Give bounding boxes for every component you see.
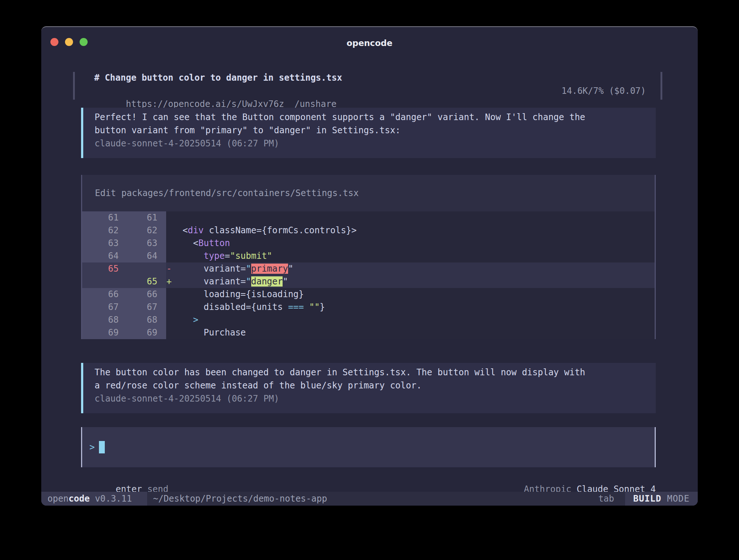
diff-code-line: > xyxy=(172,314,198,326)
diff-code-line: variant="danger" xyxy=(172,275,288,288)
diff-change-marker xyxy=(166,288,172,301)
assistant-message: Perfect! I can see that the Button compo… xyxy=(81,108,656,158)
mode-badge: BUILD MODE xyxy=(625,492,698,506)
edit-tool-block: Edit packages/frontend/src/containers/Se… xyxy=(81,175,656,339)
diff-change-marker xyxy=(166,211,172,224)
app-version-badge: opencode v0.3.11 xyxy=(41,492,147,506)
prompt-symbol: > xyxy=(89,441,95,454)
message-text-line: The button color has been changed to dan… xyxy=(83,366,656,379)
titlebar: opencode xyxy=(41,27,698,60)
header-right-rule xyxy=(660,72,662,100)
diff-change-marker xyxy=(166,326,172,339)
diff-line-numbers: 6161 xyxy=(82,211,166,224)
diff-line-numbers: 65 xyxy=(82,262,166,275)
diff-rows: 61616262 <div className={formCs.controls… xyxy=(82,211,655,339)
diff-row: 6666 loading={isLoading} xyxy=(82,288,655,301)
working-directory: ~/Desktop/Projects/demo-notes-app xyxy=(153,492,327,505)
app-name-open: open xyxy=(47,492,69,505)
diff-row: 6868 > xyxy=(82,314,655,326)
header-left-rule xyxy=(73,72,75,100)
prompt-input[interactable]: > xyxy=(81,427,656,467)
diff-row: 6767 disabled={units === ""} xyxy=(82,301,655,314)
diff-change-marker xyxy=(166,301,172,314)
session-header: # Change button color to danger in setti… xyxy=(73,71,662,100)
window-title: opencode xyxy=(41,37,698,50)
diff-line-numbers: 65 xyxy=(82,275,166,288)
diff-row: 6464 type="submit" xyxy=(82,250,655,262)
diff-line-numbers: 6262 xyxy=(82,224,166,237)
message-text-line: a red/rose color scheme instead of the b… xyxy=(83,379,656,392)
context-usage-stats: 14.6K/7% ($0.07) xyxy=(562,84,646,97)
diff-change-marker: + xyxy=(166,275,172,288)
diff-line-numbers: 6666 xyxy=(82,288,166,301)
diff-line-numbers: 6767 xyxy=(82,301,166,314)
diff-line-numbers: 6464 xyxy=(82,250,166,262)
message-text-line: button variant from "primary" to "danger… xyxy=(83,124,656,137)
message-model-meta: claude-sonnet-4-20250514 (06:27 PM) xyxy=(83,137,656,150)
mode-secondary: MODE xyxy=(662,492,690,505)
session-title: # Change button color to danger in setti… xyxy=(94,71,342,84)
status-bar: opencode v0.3.11 ~/Desktop/Projects/demo… xyxy=(41,492,698,506)
app-version: v0.3.11 xyxy=(90,492,132,505)
message-text-line: Perfect! I can see that the Button compo… xyxy=(83,111,656,124)
assistant-message: The button color has been changed to dan… xyxy=(81,363,656,413)
diff-change-marker xyxy=(166,314,172,326)
diff-code-line: type="submit" xyxy=(172,250,272,262)
text-cursor xyxy=(99,441,105,453)
diff-row: 6161 xyxy=(82,211,655,224)
edit-tool-title: Edit packages/frontend/src/containers/Se… xyxy=(82,175,655,211)
mode-primary: BUILD xyxy=(633,492,661,505)
diff-row: 6363 <Button xyxy=(82,237,655,250)
diff-code-line: loading={isLoading} xyxy=(172,288,304,301)
diff-row: 65+ variant="danger" xyxy=(82,275,655,288)
opencode-window: opencode # Change button color to danger… xyxy=(41,26,698,506)
diff-row: 6262 <div className={formCs.controls}> xyxy=(82,224,655,237)
diff-code-line: disabled={units === ""} xyxy=(172,301,325,314)
diff-line-numbers: 6868 xyxy=(82,314,166,326)
diff-row: 6969 Purchase xyxy=(82,326,655,339)
diff-change-marker xyxy=(166,237,172,250)
tab-key-hint: tab xyxy=(598,492,614,505)
diff-code-line: <Button xyxy=(172,237,230,250)
diff-code-line: Purchase xyxy=(172,326,246,339)
diff-change-marker xyxy=(166,250,172,262)
message-model-meta: claude-sonnet-4-20250514 (06:27 PM) xyxy=(83,392,656,405)
diff-row: 65- variant="primary" xyxy=(82,262,655,275)
diff-line-numbers: 6363 xyxy=(82,237,166,250)
diff-line-numbers: 6969 xyxy=(82,326,166,339)
diff-change-marker: - xyxy=(166,262,172,275)
app-name-code: code xyxy=(69,492,90,505)
diff-change-marker xyxy=(166,224,172,237)
diff-code-line: variant="primary" xyxy=(172,262,293,275)
diff-code-line: <div className={formCs.controls}> xyxy=(172,224,357,237)
